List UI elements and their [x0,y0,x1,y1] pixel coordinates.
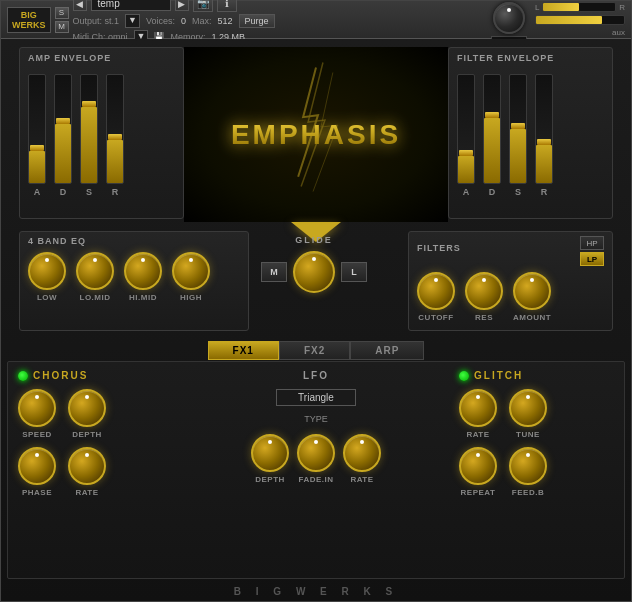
lfo-type-val: Triangle [298,392,334,403]
lfo-type-dropdown[interactable]: Triangle [276,389,356,406]
glitch-feedb-knob[interactable] [509,447,547,485]
lfo-fadein-col: FADE.IN [297,434,335,484]
chorus-led[interactable] [18,371,28,381]
nav-right-btn[interactable]: ▶ [175,0,189,11]
lfo-fadein-knob[interactable] [297,434,335,472]
glide-title: GLIDE [295,235,333,245]
eq-high-label: HIGH [180,293,202,302]
camera-icon[interactable]: 📷 [193,0,213,12]
eq-low-knob[interactable] [28,252,66,290]
tab-arp[interactable]: ARP [350,341,424,360]
filter-lp-button[interactable]: LP [580,252,604,266]
chorus-rate-knob[interactable] [68,447,106,485]
chorus-knobs-top: SPEED DEPTH [18,389,173,439]
filter-type-buttons: HP LP [580,236,604,266]
logo-werks: WERKS [12,20,46,30]
filter-res-knob[interactable] [465,272,503,310]
glide-knob[interactable] [293,251,335,293]
brand-text: B I G W E R K S [234,586,398,597]
filter-slider-d: D [483,74,501,197]
glitch-feedb-col: FEED.B [509,447,547,497]
chorus-header: CHORUS [18,370,173,381]
glitch-tune-knob[interactable] [509,389,547,427]
filters-title-row: FILTERS HP LP [417,236,604,266]
output-dropdown[interactable]: ▼ [125,14,140,28]
chorus-speed-knob[interactable] [18,389,56,427]
eq-high-col: HIGH [172,252,210,302]
output-label: Output: st.1 [73,16,120,26]
glide-section: GLIDE M L [259,231,369,331]
amp-envelope: AMP ENVELOPE A D [19,47,184,219]
bottom-brand: B I G W E R K S [1,586,631,597]
amp-r-track[interactable] [106,74,124,184]
tab-fx2[interactable]: FX2 [279,341,350,360]
eq-himid-knob[interactable] [124,252,162,290]
amp-env-title: AMP ENVELOPE [28,53,175,63]
filter-slider-s: S [509,74,527,197]
patch-name[interactable]: temp [91,0,171,11]
lfo-depth-col: DEPTH [251,434,289,484]
m-button[interactable]: M [55,21,69,33]
glide-l-button[interactable]: L [341,262,367,282]
lfo-depth-knob[interactable] [251,434,289,472]
filters-knobs-row: CUTOFF RES AMOUNT [417,272,604,322]
amp-r-label: R [112,187,119,197]
s-button[interactable]: S [55,7,69,19]
glitch-header: GLITCH [459,370,614,381]
tab-fx1[interactable]: FX1 [208,341,279,360]
chorus-phase-col: PHASE [18,447,56,497]
amp-d-track[interactable] [54,74,72,184]
amp-a-label: A [34,187,41,197]
filter-r-track[interactable] [535,74,553,184]
chorus-phase-label: PHASE [22,488,52,497]
info-icon[interactable]: ℹ [217,0,237,12]
eq-himid-label: HI.MID [129,293,157,302]
aux-label: aux [535,28,625,37]
purge-button[interactable]: Purge [239,14,275,28]
lr-label: L [535,3,539,12]
filter-sliders-row: A D S [457,68,604,213]
lfo-rate-label: RATE [350,475,373,484]
amp-a-track[interactable] [28,74,46,184]
filter-a-label: A [463,187,470,197]
vol-slider[interactable] [535,15,625,25]
max-label: Max: [192,16,212,26]
chorus-phase-knob[interactable] [18,447,56,485]
glitch-repeat-col: REPEAT [459,447,497,497]
chorus-speed-col: SPEED [18,389,56,439]
filter-a-track[interactable] [457,74,475,184]
glide-m-button[interactable]: M [261,262,287,282]
filter-cutoff-knob[interactable] [417,272,455,310]
eq-high-knob[interactable] [172,252,210,290]
amp-sliders-row: A D S [28,68,175,213]
tune-knob[interactable] [493,2,525,34]
amp-s-track[interactable] [80,74,98,184]
filters-section: FILTERS HP LP CUTOFF RES [408,231,613,331]
filter-d-track[interactable] [483,74,501,184]
filter-amount-knob[interactable] [513,272,551,310]
amp-d-label: D [60,187,67,197]
filter-d-label: D [489,187,496,197]
nav-left-btn[interactable]: ◀ [73,0,87,11]
glitch-title: GLITCH [474,370,523,381]
l-slider[interactable] [542,2,616,12]
glitch-rate-knob[interactable] [459,389,497,427]
eq-title: 4 BAND EQ [28,236,240,246]
chorus-title: CHORUS [33,370,88,381]
chorus-section: CHORUS SPEED DEPTH [18,370,173,570]
eq-knobs-row: LOW LO.MID HI.MID [28,252,240,302]
glitch-knobs-bottom: REPEAT FEED.B [459,447,614,497]
logo-big: BIG [21,10,37,20]
glitch-repeat-knob[interactable] [459,447,497,485]
lfo-rate-knob[interactable] [343,434,381,472]
lfo-knobs-row: DEPTH FADE.IN RATE [251,434,381,484]
amp-slider-s: S [80,74,98,197]
filter-hp-button[interactable]: HP [580,236,604,250]
filter-amount-label: AMOUNT [513,313,551,322]
eq-lomid-knob[interactable] [76,252,114,290]
chorus-depth-knob[interactable] [68,389,106,427]
chorus-rate-label: RATE [75,488,98,497]
glitch-led[interactable] [459,371,469,381]
filter-s-track[interactable] [509,74,527,184]
chorus-knobs-bottom: PHASE RATE [18,447,173,497]
